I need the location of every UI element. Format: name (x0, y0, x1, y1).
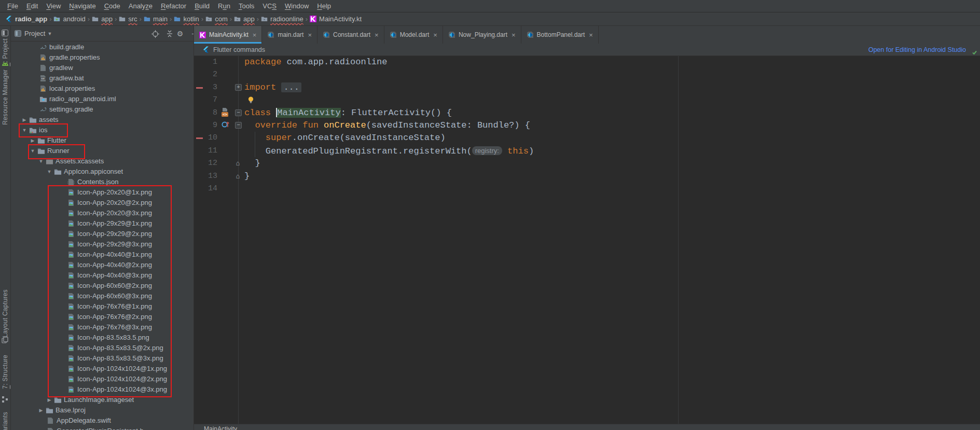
tab-now_playing-dart[interactable]: Now_Playing.dart× (443, 26, 521, 44)
code-editor[interactable]: 1package com.app.radioonline23+import ..… (194, 56, 980, 424)
chevron-expanded-icon[interactable]: ▼ (37, 156, 45, 167)
tree-item-gradlew[interactable]: gradlew (10, 63, 194, 73)
close-tab-icon[interactable]: × (375, 31, 379, 39)
close-tab-icon[interactable]: × (589, 31, 593, 39)
tree-item-icon-app-29x29-2x.png[interactable]: Icon-App-29x29@2x.png (10, 229, 194, 239)
tree-item-build.gradle[interactable]: build.gradle (10, 42, 194, 52)
tab-model-dart[interactable]: Model.dart× (384, 26, 443, 44)
tree-item-icon-app-29x29-1x.png[interactable]: Icon-App-29x29@1x.png (10, 218, 194, 229)
tree-item-icon-app-40x40-2x.png[interactable]: Icon-App-40x40@2x.png (10, 260, 194, 270)
tab-constant-dart[interactable]: Constant.dart× (318, 26, 384, 44)
override-method-gutter-icon[interactable] (221, 120, 230, 132)
close-tab-icon[interactable]: × (512, 31, 516, 39)
tree-item-icon-app-83.5x83.5-3x.png[interactable]: Icon-App-83.5x83.5@3x.png (10, 353, 194, 364)
menu-navigate[interactable]: Navigate (65, 0, 100, 12)
tree-item-launchimage.imageset[interactable]: ▶LaunchImage.imageset (10, 395, 194, 405)
menu-file[interactable]: File (3, 0, 22, 12)
tree-item-icon-app-83.5x83.5.png[interactable]: Icon-App-83.5x83.5.png (10, 332, 194, 343)
tree-item-icon-app-1024x1024-2x.png[interactable]: Icon-App-1024x1024@2x.png (10, 374, 194, 384)
menu-help[interactable]: Help (313, 0, 335, 12)
menu-code[interactable]: Code (100, 0, 125, 12)
tree-item-icon-app-76x76-2x.png[interactable]: Icon-App-76x76@2x.png (10, 312, 194, 322)
open-in-android-studio-link[interactable]: Open for Editing in Android Studio (868, 44, 966, 56)
menu-tools[interactable]: Tools (234, 0, 258, 12)
chevron-collapsed-icon[interactable]: ▶ (46, 395, 53, 405)
chevron-collapsed-icon[interactable]: ▶ (37, 405, 45, 415)
tree-item-icon-app-60x60-3x.png[interactable]: Icon-App-60x60@3x.png (10, 291, 194, 301)
menu-vcs[interactable]: VCS (258, 0, 281, 12)
breadcrumb-radioonline[interactable]: radioonline (261, 15, 303, 23)
tree-item-icon-app-60x60-2x.png[interactable]: Icon-App-60x60@2x.png (10, 281, 194, 291)
breadcrumb-app[interactable]: app (234, 15, 255, 23)
tree-item-appicon.appiconset[interactable]: ▼AppIcon.appiconset (10, 167, 194, 177)
tree-item-local.properties[interactable]: local.properties (10, 84, 194, 94)
menu-window[interactable]: Window (281, 0, 313, 12)
tree-item-icon-app-1024x1024-1x.png[interactable]: Icon-App-1024x1024@1x.png (10, 364, 194, 374)
tree-item-gradle.properties[interactable]: gradle.properties (10, 52, 194, 63)
hide-panel-button[interactable]: ─ (190, 29, 194, 38)
breadcrumb-android[interactable]: android (53, 15, 85, 23)
fold-marker-minus[interactable]: − (235, 109, 242, 116)
close-tab-icon[interactable]: × (308, 31, 312, 39)
chevron-expanded-icon[interactable]: ▼ (21, 125, 28, 135)
tree-item-radio_app_android.iml[interactable]: radio_app_android.iml (10, 94, 194, 104)
tree-item-runner[interactable]: ▼Runner (10, 146, 194, 156)
collapse-all-button[interactable] (165, 29, 174, 38)
breadcrumb-mainactivity-kt[interactable]: MainActivity.kt (310, 15, 362, 23)
breadcrumb-src[interactable]: src (119, 15, 137, 23)
close-tab-icon[interactable]: × (433, 31, 437, 39)
breadcrumb-com[interactable]: com (205, 15, 228, 23)
locate-file-button[interactable] (150, 29, 160, 38)
tree-item-flutter[interactable]: ▶Flutter (10, 135, 194, 146)
tree-item-icon-app-29x29-3x.png[interactable]: Icon-App-29x29@3x.png (10, 239, 194, 249)
tree-item-icon-app-20x20-2x.png[interactable]: Icon-App-20x20@2x.png (10, 198, 194, 208)
tree-item-generatedpluginregistrant.h[interactable]: GeneratedPluginRegistrant.h (10, 426, 194, 430)
tab-bottompanel-dart[interactable]: BottomPanel.dart× (521, 26, 599, 44)
menu-edit[interactable]: Edit (22, 0, 42, 12)
tab-mainactivity-kt[interactable]: MainActivity.kt× (194, 26, 262, 44)
chevron-collapsed-icon[interactable]: ▶ (29, 135, 36, 146)
tree-item-icon-app-20x20-1x.png[interactable]: Icon-App-20x20@1x.png (10, 187, 194, 198)
tree-item-base.lproj[interactable]: ▶Base.lproj (10, 405, 194, 415)
tree-item-assets.xcassets[interactable]: ▼Assets.xcassets (10, 156, 194, 167)
tree-item-icon-app-76x76-1x.png[interactable]: Icon-App-76x76@1x.png (10, 301, 194, 312)
gear-icon[interactable]: ⚙ (175, 29, 185, 38)
breadcrumb-radio_app[interactable]: radio_app (5, 15, 47, 23)
menu-view[interactable]: View (42, 0, 65, 12)
breadcrumb-kotlin[interactable]: kotlin (174, 15, 199, 23)
tree-item-settings.gradle[interactable]: settings.gradle (10, 104, 194, 115)
tab-main-dart[interactable]: main.dart× (262, 26, 318, 44)
tree-item-icon-app-20x20-3x.png[interactable]: Icon-App-20x20@3x.png (10, 208, 194, 218)
close-tab-icon[interactable]: × (253, 31, 257, 39)
tool-strip-build-variants[interactable]: Build Variants (2, 412, 9, 430)
editor-breadcrumb-item[interactable]: MainActivity (204, 425, 237, 430)
tool-strip-layout-captures[interactable]: Layout Captures (2, 289, 9, 338)
chevron-down-icon[interactable]: ▼ (47, 31, 52, 36)
tree-item-appdelegate.swift[interactable]: AppDelegate.swift (10, 415, 194, 426)
menu-refactor[interactable]: Refactor (157, 0, 190, 12)
tree-item-icon-app-76x76-3x.png[interactable]: Icon-App-76x76@3x.png (10, 322, 194, 332)
editor-area[interactable]: MainActivity.kt×main.dart×Constant.dart×… (194, 26, 980, 430)
tool-strip-structure[interactable]: 7: Structure (2, 355, 9, 389)
tree-item-contents.json[interactable]: {..}Contents.json (10, 177, 194, 187)
tree-item-icon-app-1024x1024-3x.png[interactable]: Icon-App-1024x1024@3x.png (10, 384, 194, 395)
chevron-expanded-icon[interactable]: ▼ (29, 146, 36, 156)
tool-strip-resource-manager[interactable]: Resource Manager (2, 70, 9, 125)
fold-marker-plus[interactable]: + (235, 84, 242, 91)
fold-marker-end[interactable]: ⌂ (235, 173, 241, 178)
menu-run[interactable]: Run (214, 0, 234, 12)
tree-item-icon-app-40x40-3x.png[interactable]: Icon-App-40x40@3x.png (10, 270, 194, 281)
tree-item-icon-app-40x40-1x.png[interactable]: Icon-App-40x40@1x.png (10, 249, 194, 260)
fold-marker-minus[interactable]: − (235, 122, 242, 129)
tree-item-assets[interactable]: ▶assets (10, 115, 194, 125)
breadcrumb-app[interactable]: app (92, 15, 113, 23)
menu-analyze[interactable]: Analyze (125, 0, 157, 12)
fold-marker-end[interactable]: ⌂ (235, 160, 241, 165)
tree-item-gradlew.bat[interactable]: BATgradlew.bat (10, 73, 194, 84)
breadcrumb-main[interactable]: main (144, 15, 168, 23)
project-panel-title[interactable]: Project (24, 30, 45, 37)
menu-build[interactable]: Build (190, 0, 214, 12)
tree-item-icon-app-83.5x83.5-2x.png[interactable]: Icon-App-83.5x83.5@2x.png (10, 343, 194, 353)
tree-item-ios[interactable]: ▼ios (10, 125, 194, 135)
chevron-expanded-icon[interactable]: ▼ (46, 167, 53, 177)
